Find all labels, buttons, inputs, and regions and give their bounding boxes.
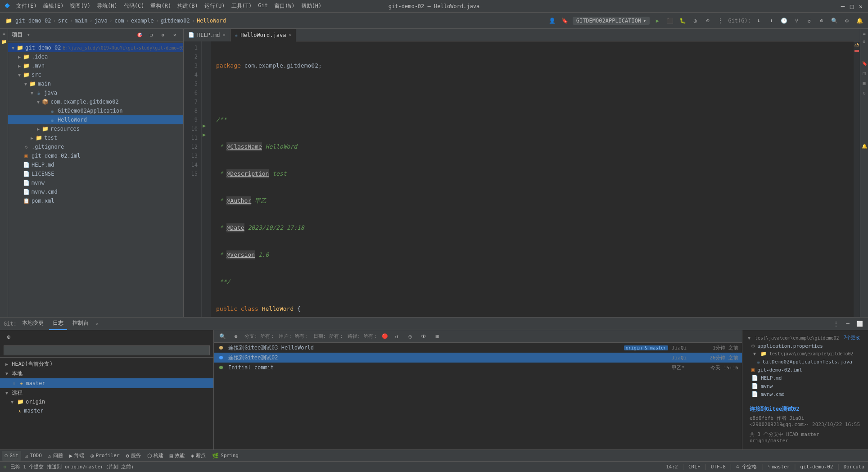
git-new-branch-icon[interactable]: ⊕ [4,332,14,342]
status-git-push[interactable]: 已将 1 个提交 推送到 origin/master（片刻 之前） [10,463,136,470]
bottom-tool-problems[interactable]: ⚠ 问题 [45,451,66,461]
menu-navigate[interactable]: 导航(N) [94,1,120,11]
breadcrumb-src[interactable]: src [58,18,68,24]
right-icon-2[interactable]: ⚙ [861,38,868,45]
head-arrow[interactable]: ▶ [4,362,10,367]
project-icon[interactable]: 📁 [4,16,14,26]
commit-item-3[interactable]: Initial commit 甲乙* 今天 15:16 [214,363,742,372]
menu-code[interactable]: 代码(C) [121,1,147,11]
bottom-tool-git[interactable]: ⊕ Git [2,451,21,461]
notifications-button[interactable]: 🔔 [854,16,864,26]
git-branch-search-input[interactable] [4,345,210,355]
bookmarks-icon[interactable]: 🔖 [861,59,868,67]
more-run-options[interactable]: ⋮ [715,16,725,26]
left-icon-1[interactable]: ≡ [0,30,8,37]
bottom-tool-perf[interactable]: ▤ 效能 [167,451,187,461]
minimize-button[interactable]: ─ [839,3,846,10]
tree-item-mvnwcmd[interactable]: ▶ 📄 mvnw.cmd [8,187,183,196]
project-dropdown[interactable]: ▾ [27,32,30,38]
git-file-item-helpmd[interactable]: 📄 HELP.md [746,374,864,382]
git-eye-icon[interactable]: 👁 [419,331,429,341]
run-line10-icon[interactable]: ▶ [203,123,206,129]
tree-item-main[interactable]: ▼ 📁 main [8,79,183,88]
git-branch-master-local[interactable]: ⬇ ★ master [0,378,213,388]
bottom-tool-services[interactable]: ⚙ 服务 [123,451,144,461]
git-file-item-appprops[interactable]: ⚙ application.properties [746,342,864,350]
folder-arrow[interactable]: ▼ [751,351,758,356]
tree-item-resources[interactable]: ▶ 📁 resources [8,124,183,133]
local-arrow[interactable]: ▼ [4,371,10,376]
git-panel-settings[interactable]: ⋮ [831,319,841,329]
left-icon-2[interactable]: 📁 [0,38,8,45]
tree-item-helpmd[interactable]: ▶ 📄 HELP.md [8,160,183,169]
commit-item-1[interactable]: 连接到Gitee测试03 HelloWorld origin & master … [214,343,742,353]
menu-file[interactable]: 文件(E) [14,1,40,11]
maximize-button[interactable]: □ [848,3,855,10]
tab-helloword-close[interactable]: ✕ [289,32,291,37]
breadcrumb-root[interactable]: git-demo-02 [15,18,51,24]
status-encoding[interactable]: CRLF [688,464,701,470]
breadcrumb-com[interactable]: com [114,18,124,24]
git-tab-local-changes[interactable]: 本地变更 [18,318,47,330]
tree-item-package[interactable]: ▼ 📦 com.example.gitdemo02 [8,97,183,106]
notifications-icon[interactable]: 🔔 [861,142,868,150]
maven-icon[interactable]: ▦ [861,79,868,86]
git-refresh-icon[interactable]: ↺ [392,331,402,341]
status-indent[interactable]: 4 个空格 [736,463,757,470]
git-file-folder[interactable]: ▼ 📁 test\java\com\example\gitdemo02 [746,350,864,358]
tree-item-root[interactable]: ▼ 📁 git-demo-02 E:\java_study\019-RuoYi\… [8,43,183,52]
tree-item-pomxml[interactable]: ▶ 📋 pom.xml [8,196,183,205]
git-panel-minimize[interactable]: ─ [843,319,853,329]
run-button[interactable]: ▶ [652,16,662,26]
status-project[interactable]: git-demo-02 [800,464,833,470]
tree-item-iml[interactable]: ▶ ▣ git-demo-02.iml [8,151,183,160]
profile-button[interactable]: ⊙ [703,16,713,26]
status-user[interactable]: Darcula [844,464,864,470]
breadcrumb-gitdemo02[interactable]: gitdemo02 [161,18,190,24]
menu-refactor[interactable]: 重构(R) [148,1,174,11]
bottom-tool-breakpoints[interactable]: ◈ 断点 [188,451,208,461]
remote-arrow[interactable]: ▼ [4,390,10,395]
run-config-dropdown[interactable]: ▾ [643,18,646,24]
settings-button[interactable]: ⚙ [842,16,852,26]
search-everywhere-icon[interactable]: 👤 [547,16,557,26]
git-panel-maximize[interactable]: ⬜ [854,319,864,329]
panel-collapse-icon[interactable]: 🎯 [135,30,145,40]
menu-run[interactable]: 运行(U) [202,1,228,11]
git-branch-origin-master[interactable]: ★ master [0,406,213,416]
menu-tools[interactable]: 工具(T) [229,1,255,11]
tree-item-idea[interactable]: ▶ 📁 .idea [8,52,183,61]
right-icon-1[interactable]: ≡ [861,30,868,37]
git-update-button[interactable]: ⬇ [754,16,764,26]
menu-git[interactable]: Git [255,1,271,11]
git-toolbar-icon1[interactable]: ⊕ [231,331,241,341]
bottom-tool-todo[interactable]: ☑ TODO [22,451,45,461]
breadcrumb-example[interactable]: example [131,18,154,24]
status-position[interactable]: 14:2 [666,464,678,470]
breadcrumb-java[interactable]: java [95,18,108,24]
tab-helpmd[interactable]: 📄 HELP.md ✕ [184,29,231,41]
panel-expand-icon[interactable]: ⊞ [146,30,156,40]
bottom-tool-terminal[interactable]: ▶ 终端 [67,451,87,461]
run-config-selector[interactable]: GITDEMO02APPLICATION ▾ [573,17,650,25]
run-line11-icon[interactable]: ▶ [203,132,206,138]
tree-item-test[interactable]: ▶ 📁 test [8,133,183,142]
commit-item-2[interactable]: 连接到Gitee测试02 JiaQi 26分钟 之前 [214,353,742,363]
bottom-tool-spring[interactable]: 🌿 Spring [209,451,241,461]
debug-button[interactable]: 🐛 [678,16,687,26]
git-tab-log[interactable]: 日志 [49,318,67,330]
close-button[interactable]: ✕ [857,3,864,10]
tree-item-gitdemo02app[interactable]: ▶ ☕ GitDemo02Application [8,106,183,115]
git-file-item-mvnw[interactable]: 📄 mvnw [746,382,864,390]
structure-icon[interactable]: ◫ [861,69,868,77]
stop-button[interactable]: ⬛ [665,16,675,26]
git-tab-close[interactable]: ✕ [96,321,99,326]
git-file-item-iml[interactable]: ▣ git-demo-02.iml [746,366,864,374]
tree-item-gitignore[interactable]: ▶ ◇ .gitignore [8,142,183,151]
tree-item-license[interactable]: ▶ 📄 LICENSE [8,169,183,178]
tree-item-mvnw[interactable]: ▶ 📄 mvnw [8,178,183,187]
git-rebase-button[interactable]: ⊕ [817,16,827,26]
tree-item-src[interactable]: ▼ 📁 src [8,70,183,79]
endpoints-icon[interactable]: ⊙ [861,89,868,96]
breadcrumb-main[interactable]: main [75,18,88,24]
